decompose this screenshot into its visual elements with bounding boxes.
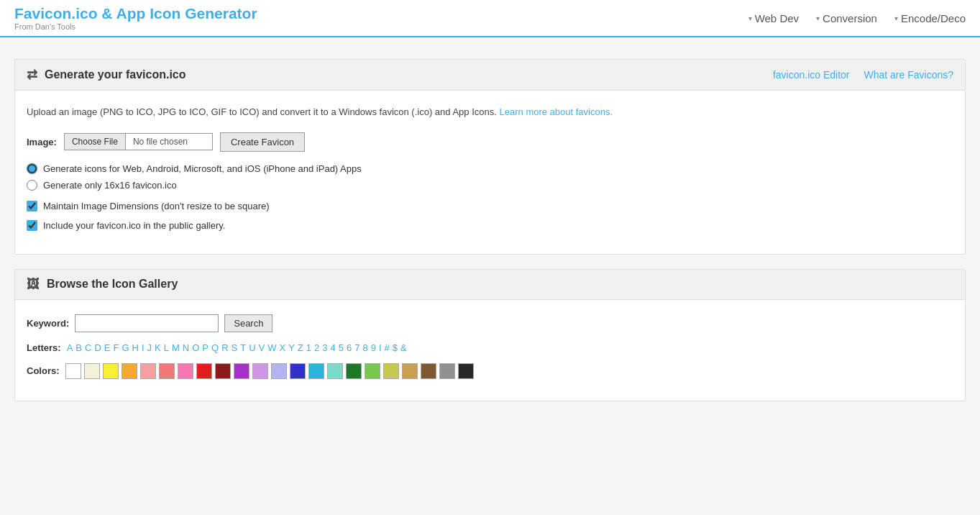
- keyword-input[interactable]: [75, 314, 219, 332]
- checkbox-include-gallery-label: Include your favicon.ico in the public g…: [43, 220, 225, 231]
- site-title[interactable]: Favicon.ico & App Icon Generator: [14, 5, 748, 22]
- letter-link-M[interactable]: M: [172, 342, 180, 353]
- color-swatch-14[interactable]: [327, 363, 343, 379]
- keyword-row: Keyword: Search: [27, 314, 953, 332]
- color-swatch-5[interactable]: [159, 363, 175, 379]
- letter-link-T[interactable]: T: [240, 342, 246, 353]
- letter-link-$[interactable]: $: [393, 342, 398, 353]
- gallery-section-body: Keyword: Search Letters: ABCDEFGHIJKLMNO…: [15, 300, 965, 401]
- header: Favicon.ico & App Icon Generator From Da…: [0, 0, 980, 37]
- nav-encode-deco[interactable]: ▾ Encode/Deco: [894, 12, 966, 24]
- letter-link-I[interactable]: I: [379, 342, 382, 353]
- letter-link-5[interactable]: 5: [339, 342, 344, 353]
- letter-link-Y[interactable]: Y: [288, 342, 295, 353]
- nav-conversion-arrow: ▾: [816, 14, 820, 22]
- letter-link-7[interactable]: 7: [354, 342, 360, 353]
- color-swatch-8[interactable]: [215, 363, 231, 379]
- letter-link-Z[interactable]: Z: [298, 342, 303, 353]
- letter-link-I[interactable]: I: [142, 342, 145, 353]
- choose-file-button[interactable]: Choose File: [65, 134, 126, 150]
- color-swatch-3[interactable]: [122, 363, 137, 379]
- letter-link-U[interactable]: U: [249, 342, 255, 353]
- color-swatch-10[interactable]: [252, 363, 268, 379]
- letter-link-J[interactable]: J: [147, 342, 152, 353]
- letter-link-6[interactable]: 6: [347, 342, 352, 353]
- favicon-description-main: Upload an image (PNG to ICO, JPG to ICO,…: [27, 106, 497, 117]
- letter-link-8[interactable]: 8: [362, 342, 367, 353]
- color-swatch-1[interactable]: [84, 363, 100, 379]
- letter-link-V[interactable]: V: [259, 342, 265, 353]
- icon-type-radio-group: Generate icons for Web, Android, Microso…: [27, 163, 953, 191]
- letters-label: Letters:: [27, 342, 61, 353]
- letter-link-W[interactable]: W: [267, 342, 276, 353]
- color-swatch-18[interactable]: [402, 363, 418, 379]
- color-swatch-16[interactable]: [365, 363, 380, 379]
- create-favicon-button[interactable]: Create Favicon: [220, 132, 305, 152]
- favicon-section: ⇄ Generate your favicon.ico favicon.ico …: [14, 59, 966, 255]
- gallery-section-header: 🖼 Browse the Icon Gallery: [15, 270, 965, 300]
- letter-link-C[interactable]: C: [85, 342, 91, 353]
- letter-link-9[interactable]: 9: [371, 342, 376, 353]
- nav-conversion-label: Conversion: [823, 12, 877, 24]
- color-swatch-0[interactable]: [65, 363, 81, 379]
- letter-link-1[interactable]: 1: [306, 342, 311, 353]
- color-swatch-13[interactable]: [308, 363, 324, 379]
- favicon-header-left: ⇄ Generate your favicon.ico: [27, 67, 186, 83]
- letter-link-D[interactable]: D: [94, 342, 101, 353]
- color-swatch-4[interactable]: [140, 363, 156, 379]
- letter-link-N[interactable]: N: [183, 342, 189, 353]
- favicon-section-title: Generate your favicon.ico: [45, 68, 186, 81]
- color-swatch-12[interactable]: [290, 363, 306, 379]
- letter-link-O[interactable]: O: [192, 342, 199, 353]
- letter-link-Q[interactable]: Q: [211, 342, 219, 353]
- nav-web-dev[interactable]: ▾ Web Dev: [748, 12, 799, 24]
- letter-link-#[interactable]: #: [385, 342, 390, 353]
- letter-link-K[interactable]: K: [155, 342, 161, 353]
- letter-link-R[interactable]: R: [221, 342, 228, 353]
- color-swatch-11[interactable]: [271, 363, 287, 379]
- color-swatch-9[interactable]: [234, 363, 249, 379]
- checkbox-maintain-dimensions-input[interactable]: [27, 201, 37, 211]
- gallery-section: 🖼 Browse the Icon Gallery Keyword: Searc…: [14, 269, 966, 401]
- checkbox-maintain-dimensions-label: Maintain Image Dimensions (don't resize …: [43, 201, 270, 211]
- color-swatch-7[interactable]: [196, 363, 212, 379]
- letter-link-P[interactable]: P: [202, 342, 209, 353]
- favicon-editor-link[interactable]: favicon.ico Editor: [773, 69, 850, 81]
- letter-link-B[interactable]: B: [75, 342, 82, 353]
- color-swatch-2[interactable]: [103, 363, 119, 379]
- gallery-section-title: Browse the Icon Gallery: [47, 278, 178, 291]
- letter-link-&[interactable]: &: [400, 342, 407, 353]
- checkbox-include-gallery-input[interactable]: [27, 220, 37, 231]
- letter-link-F[interactable]: F: [113, 342, 119, 353]
- what-are-favicons-link[interactable]: What are Favicons?: [864, 69, 954, 81]
- color-swatch-6[interactable]: [178, 363, 193, 379]
- letter-link-L[interactable]: L: [164, 342, 169, 353]
- learn-more-link[interactable]: Learn more about favicons.: [500, 106, 613, 117]
- letter-link-G[interactable]: G: [122, 342, 129, 353]
- color-swatch-21[interactable]: [458, 363, 474, 379]
- color-swatch-19[interactable]: [421, 363, 436, 379]
- letter-link-X[interactable]: X: [280, 342, 286, 353]
- search-button[interactable]: Search: [224, 314, 273, 332]
- color-swatch-20[interactable]: [439, 363, 455, 379]
- letter-link-4[interactable]: 4: [331, 342, 336, 353]
- gallery-header-left: 🖼 Browse the Icon Gallery: [27, 277, 178, 292]
- letter-link-3[interactable]: 3: [322, 342, 327, 353]
- radio-16x16[interactable]: [27, 180, 37, 191]
- letter-link-S[interactable]: S: [232, 342, 238, 353]
- letter-link-E[interactable]: E: [104, 342, 111, 353]
- color-swatch-15[interactable]: [346, 363, 362, 379]
- radio-all-icons[interactable]: [27, 163, 37, 174]
- letters-row: Letters: ABCDEFGHIJKLMNOPQRSTUVWXYZ12345…: [27, 342, 953, 353]
- letter-link-H[interactable]: H: [132, 342, 139, 353]
- letter-link-2[interactable]: 2: [314, 342, 319, 353]
- nav-encode-deco-label: Encode/Deco: [901, 12, 966, 24]
- color-swatch-17[interactable]: [383, 363, 399, 379]
- letter-link-A[interactable]: A: [67, 342, 73, 353]
- radio-16x16-label: Generate only 16x16 favicon.ico: [43, 180, 177, 191]
- colors-row: Colors:: [27, 363, 953, 379]
- image-row: Image: Choose File No file chosen Create…: [27, 132, 953, 152]
- favicon-icon: ⇄: [27, 67, 37, 83]
- nav-conversion[interactable]: ▾ Conversion: [816, 12, 877, 24]
- main-nav: ▾ Web Dev ▾ Conversion ▾ Encode/Deco: [748, 12, 966, 24]
